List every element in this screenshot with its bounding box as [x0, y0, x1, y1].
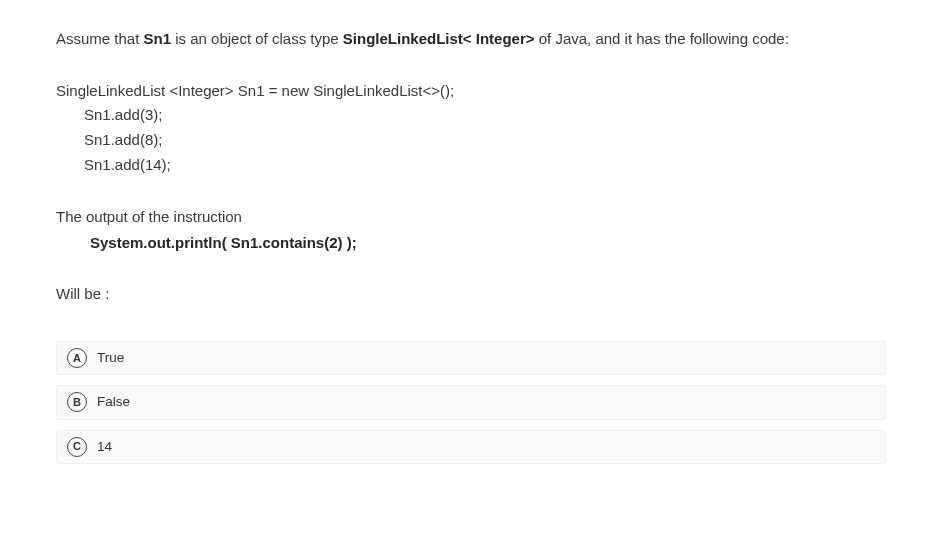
- intro-text: Assume that Sn1 is an object of class ty…: [56, 28, 886, 51]
- option-label-a: True: [97, 348, 124, 368]
- intro-part-1: Assume that: [56, 30, 144, 47]
- option-a[interactable]: A True: [56, 341, 886, 375]
- code-line-1: SingleLinkedList <Integer> Sn1 = new Sin…: [56, 79, 886, 104]
- output-section: The output of the instruction System.out…: [56, 206, 886, 255]
- code-block: SingleLinkedList <Integer> Sn1 = new Sin…: [56, 79, 886, 178]
- output-label: The output of the instruction: [56, 206, 886, 229]
- option-label-b: False: [97, 392, 130, 412]
- option-letter-b: B: [67, 392, 87, 412]
- option-letter-a: A: [67, 348, 87, 368]
- code-line-3: Sn1.add(8);: [56, 128, 886, 153]
- intro-bold-type: SingleLinkedList< Integer>: [343, 30, 535, 47]
- question-block: Assume that Sn1 is an object of class ty…: [56, 28, 886, 464]
- code-line-2: Sn1.add(3);: [56, 103, 886, 128]
- intro-bold-sn1: Sn1: [144, 30, 172, 47]
- willbe-text: Will be :: [56, 283, 886, 306]
- intro-part-2: is an object of class type: [171, 30, 343, 47]
- option-letter-c: C: [67, 437, 87, 457]
- options-list: A True B False C 14: [56, 341, 886, 464]
- option-label-c: 14: [97, 437, 112, 457]
- print-statement: System.out.println( Sn1.contains(2) );: [56, 232, 886, 255]
- option-b[interactable]: B False: [56, 385, 886, 419]
- code-line-4: Sn1.add(14);: [56, 153, 886, 178]
- option-c[interactable]: C 14: [56, 430, 886, 464]
- intro-part-3: of Java, and it has the following code:: [535, 30, 789, 47]
